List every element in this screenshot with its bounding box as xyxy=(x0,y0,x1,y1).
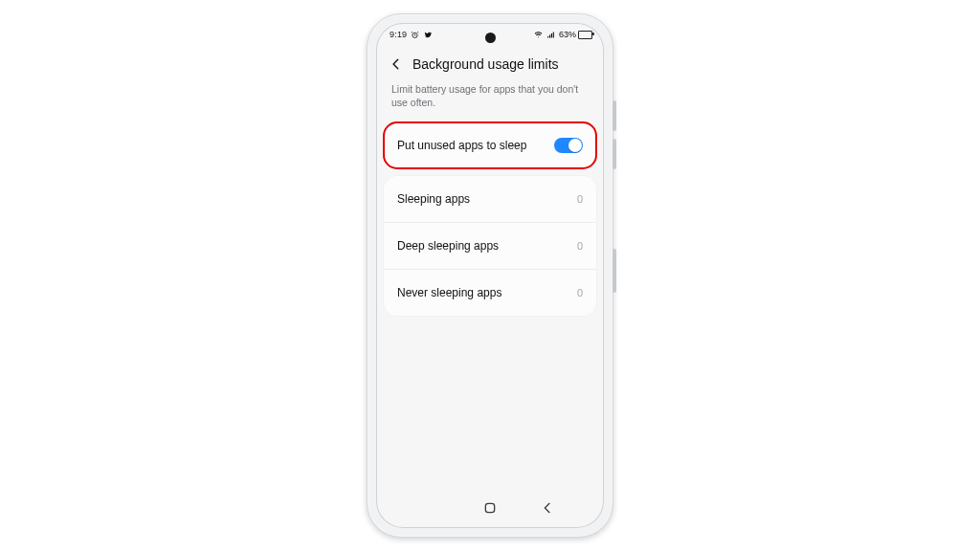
deep-sleeping-apps-row[interactable]: Deep sleeping apps 0 xyxy=(384,222,596,269)
put-unused-apps-to-sleep-row[interactable]: Put unused apps to sleep xyxy=(384,122,596,168)
sleeping-apps-label: Sleeping apps xyxy=(397,192,470,206)
toggle-card: Put unused apps to sleep xyxy=(384,122,596,168)
content-spacer xyxy=(376,323,604,492)
deep-sleeping-apps-count: 0 xyxy=(577,240,583,252)
phone-frame: 9:19 xyxy=(367,13,613,538)
never-sleeping-apps-row[interactable]: Never sleeping apps 0 xyxy=(384,269,596,316)
page-title: Background usage limits xyxy=(412,56,559,72)
camera-punch-hole xyxy=(485,33,496,43)
page-description: Limit battery usage for apps that you do… xyxy=(376,82,604,122)
volume-up-button xyxy=(612,100,616,131)
sleeping-apps-count: 0 xyxy=(577,193,583,205)
battery-percentage: 63% xyxy=(559,30,576,39)
svg-rect-1 xyxy=(485,503,494,512)
recents-button[interactable] xyxy=(426,500,441,516)
navigation-bar xyxy=(376,492,604,528)
wifi-icon xyxy=(534,31,543,39)
twitter-icon xyxy=(423,31,432,39)
never-sleeping-apps-count: 0 xyxy=(577,287,583,298)
battery-indicator: 63% xyxy=(559,30,592,39)
signal-icon xyxy=(546,31,555,39)
canvas: 9:19 xyxy=(0,0,980,551)
volume-down-button xyxy=(612,139,616,169)
sleeping-apps-row[interactable]: Sleeping apps 0 xyxy=(384,176,596,222)
back-icon[interactable] xyxy=(390,57,403,71)
never-sleeping-apps-label: Never sleeping apps xyxy=(397,286,501,299)
deep-sleeping-apps-label: Deep sleeping apps xyxy=(397,239,499,253)
screen: 9:19 xyxy=(376,23,604,528)
alarm-icon xyxy=(411,31,419,39)
home-button[interactable] xyxy=(482,500,498,516)
page-header: Background usage limits xyxy=(376,46,604,82)
nav-back-button[interactable] xyxy=(540,500,555,516)
status-time: 9:19 xyxy=(390,30,407,39)
put-unused-apps-to-sleep-switch[interactable] xyxy=(554,138,583,153)
toggle-label: Put unused apps to sleep xyxy=(397,139,526,152)
apps-list-card: Sleeping apps 0 Deep sleeping apps 0 Nev… xyxy=(384,176,596,316)
power-button xyxy=(612,249,616,293)
